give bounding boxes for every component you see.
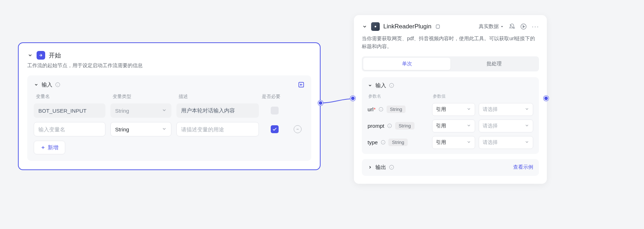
- output-handle[interactable]: [318, 101, 323, 106]
- svg-rect-8: [436, 25, 440, 28]
- select-placeholder: 请选择: [483, 123, 498, 129]
- required-checkbox[interactable]: [271, 125, 279, 133]
- import-icon[interactable]: [298, 81, 305, 88]
- start-node: 开始 工作流的起始节点，用于设定启动工作流需要的信息 输入 变量名 变量类型 描…: [18, 42, 321, 170]
- col-name: 变量名: [36, 93, 108, 100]
- variable-type-select: String: [110, 103, 171, 118]
- plugin-header: LinkReaderPlugin 真实数据 ···: [362, 22, 539, 31]
- col-type: 变量类型: [113, 93, 174, 100]
- mode-tabs: 单次 批处理: [362, 56, 539, 71]
- ref-value-select[interactable]: 请选择: [479, 120, 533, 132]
- ref-value-select[interactable]: 请选择: [479, 136, 533, 149]
- param-name: prompt: [368, 123, 384, 129]
- required-checkbox: [271, 107, 279, 114]
- start-node-description: 工作流的起始节点，用于设定启动工作流需要的信息: [27, 62, 311, 69]
- add-variable-button[interactable]: 新增: [34, 141, 65, 154]
- ref-mode-select[interactable]: 引用: [432, 103, 475, 116]
- svg-marker-9: [501, 26, 503, 27]
- input-panel: 输入 变量名 变量类型 描述 是否必要 String: [27, 75, 311, 161]
- type-pill: String: [388, 139, 408, 146]
- ref-value-select[interactable]: 请选择: [479, 103, 533, 116]
- chevron-down-icon: [525, 140, 529, 145]
- col-required: 是否必要: [262, 93, 283, 100]
- param-col-name: 参数名: [368, 93, 429, 99]
- param-row: url* String 引用 请选择: [368, 103, 533, 116]
- start-node-title: 开始: [49, 51, 61, 60]
- tab-batch[interactable]: 批处理: [450, 58, 538, 70]
- variable-desc-input: [176, 103, 259, 118]
- variable-name-input: [34, 103, 105, 118]
- param-column-headers: 参数名 参数值: [368, 93, 533, 103]
- svg-point-7: [375, 26, 377, 28]
- ref-label: 引用: [436, 106, 446, 113]
- ref-label: 引用: [436, 139, 446, 146]
- collapse-icon[interactable]: [27, 52, 33, 58]
- ref-mode-select[interactable]: 引用: [432, 136, 475, 149]
- plugin-input-title: 输入: [375, 82, 386, 89]
- output-handle[interactable]: [544, 96, 549, 101]
- bell-off-icon[interactable]: [509, 23, 515, 30]
- view-example-link[interactable]: 查看示例: [513, 164, 533, 170]
- pin-icon[interactable]: [435, 24, 441, 29]
- ref-mode-select[interactable]: 引用: [432, 120, 475, 132]
- chevron-down-icon: [467, 123, 471, 129]
- chevron-down-icon: [467, 140, 471, 145]
- variable-type-value: String: [115, 126, 129, 132]
- plugin-input-panel: 输入 参数名 参数值 url* String 引用 请选择: [362, 77, 539, 154]
- input-handle[interactable]: [350, 96, 355, 101]
- plugin-description: 当你需要获取网页、pdf、抖音视频内容时，使用此工具。可以获取url链接下的标题…: [362, 34, 539, 51]
- info-icon[interactable]: [380, 140, 385, 145]
- param-row: prompt String 引用 请选择: [368, 120, 533, 132]
- plugin-node: LinkReaderPlugin 真实数据 ··· 当你需要获取网页、pdf、抖…: [354, 15, 547, 184]
- output-title: 输出: [375, 164, 386, 171]
- info-icon[interactable]: [55, 82, 60, 87]
- remove-row-button[interactable]: [294, 125, 302, 133]
- panel-collapse-icon[interactable]: [368, 83, 373, 88]
- variable-type-value: String: [115, 108, 129, 114]
- column-headers: 变量名 变量类型 描述 是否必要: [34, 93, 305, 103]
- chevron-down-icon: [525, 123, 529, 129]
- chevron-down-icon: [162, 108, 167, 114]
- variable-desc-input[interactable]: [176, 122, 259, 136]
- add-button-label: 新增: [48, 144, 58, 151]
- info-icon[interactable]: [379, 107, 384, 112]
- start-node-header: 开始: [27, 51, 311, 60]
- input-panel-title: 输入: [42, 81, 52, 88]
- plugin-icon: [371, 22, 380, 31]
- variable-row: String: [34, 122, 305, 136]
- more-icon[interactable]: ···: [532, 23, 539, 31]
- param-col-value: 参数值: [433, 93, 476, 99]
- panel-expand-icon[interactable]: [368, 165, 373, 170]
- variable-row: String: [34, 103, 305, 118]
- plugin-title: LinkReaderPlugin: [383, 23, 431, 30]
- param-name: url*: [368, 106, 376, 112]
- chevron-down-icon: [467, 107, 471, 112]
- info-icon[interactable]: [389, 83, 394, 88]
- variable-name-input[interactable]: [34, 122, 105, 136]
- info-icon[interactable]: [387, 123, 392, 128]
- data-mode-dropdown[interactable]: 真实数据: [479, 23, 504, 30]
- chevron-down-icon: [162, 126, 167, 132]
- select-placeholder: 请选择: [483, 106, 498, 113]
- collapse-icon[interactable]: [362, 24, 368, 29]
- data-mode-label: 真实数据: [479, 23, 499, 30]
- plugin-output-panel: 输出 查看示例: [362, 159, 539, 176]
- param-name: type: [368, 139, 378, 145]
- col-desc: 描述: [179, 93, 257, 100]
- svg-marker-12: [523, 25, 525, 28]
- start-icon: [37, 51, 45, 60]
- play-icon[interactable]: [520, 23, 527, 30]
- tab-single[interactable]: 单次: [363, 58, 450, 70]
- select-placeholder: 请选择: [483, 139, 498, 146]
- ref-label: 引用: [436, 123, 446, 129]
- connection-edge: [320, 95, 354, 106]
- input-panel-header: 输入: [34, 81, 305, 88]
- info-icon[interactable]: [389, 165, 394, 170]
- type-pill: String: [387, 106, 406, 113]
- chevron-down-icon: [525, 107, 529, 112]
- type-pill: String: [395, 122, 415, 130]
- variable-type-select[interactable]: String: [110, 122, 171, 136]
- param-row: type String 引用 请选择: [368, 136, 533, 149]
- panel-collapse-icon[interactable]: [34, 82, 39, 87]
